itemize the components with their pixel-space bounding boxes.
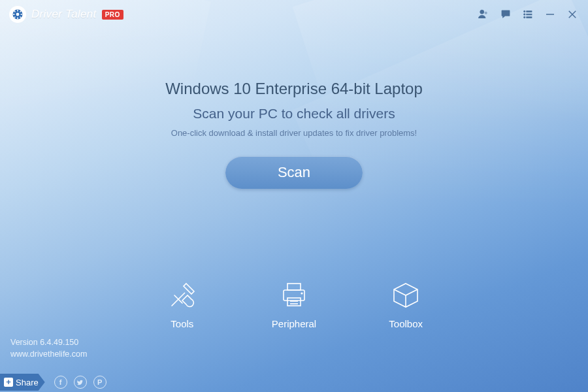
svg-rect-23 [287,298,301,306]
scan-button[interactable]: Scan [225,156,363,189]
peripheral-tile[interactable]: Peripheral [272,279,316,329]
toolbox-tile[interactable]: Toolbox [388,279,423,329]
tools-label: Tools [171,318,193,329]
website-link[interactable]: www.drivethelife.com [10,348,87,361]
social-icons: f P [54,376,106,389]
pinterest-icon[interactable]: P [93,376,106,389]
svg-rect-21 [287,284,301,290]
svg-point-11 [485,12,487,14]
svg-point-14 [524,14,525,15]
svg-point-10 [480,10,484,14]
scan-prompt-line: Scan your PC to check all drivers [0,106,588,122]
svg-point-12 [524,10,525,12]
scan-sub-line: One-click download & install driver upda… [0,128,588,138]
close-button[interactable] [566,8,579,21]
window-controls [477,8,579,21]
menu-list-icon[interactable] [521,8,534,21]
footer-info: Version 6.4.49.150 www.drivethelife.com [10,336,87,361]
peripheral-label: Peripheral [272,318,316,329]
system-info-line: Windows 10 Enterprise 64-bit Laptop [0,80,588,98]
user-icon[interactable] [477,8,490,21]
minimize-button[interactable] [544,8,557,21]
app-logo-icon [9,6,26,23]
svg-rect-15 [527,14,532,15]
share-label: Share [16,378,39,387]
scan-button-label: Scan [278,164,310,181]
tools-icon [165,279,200,312]
svg-rect-22 [284,290,304,301]
facebook-icon[interactable]: f [54,376,67,389]
share-button[interactable]: + Share [0,374,45,391]
app-window: Driver Talent PRO Windows 10 Enterprise … [0,0,588,392]
cube-icon [388,279,423,312]
twitter-icon[interactable] [74,376,87,389]
feedback-icon[interactable] [499,8,512,21]
plus-icon: + [4,378,13,387]
svg-rect-13 [527,11,532,12]
printer-icon [276,279,312,312]
share-bar: + Share f P [0,372,106,392]
svg-point-1 [16,13,20,16]
svg-rect-17 [527,17,532,18]
toolbox-label: Toolbox [389,318,423,329]
svg-point-24 [301,292,302,294]
pro-badge: PRO [102,10,123,20]
brand: Driver Talent PRO [9,6,123,23]
app-name: Driver Talent [31,8,97,21]
title-bar: Driver Talent PRO [0,0,588,29]
tools-row: Tools Peripheral [0,279,588,329]
svg-point-16 [524,16,525,18]
version-text: Version 6.4.49.150 [10,336,87,349]
tools-tile[interactable]: Tools [165,279,200,329]
hero-section: Windows 10 Enterprise 64-bit Laptop Scan… [0,80,588,189]
